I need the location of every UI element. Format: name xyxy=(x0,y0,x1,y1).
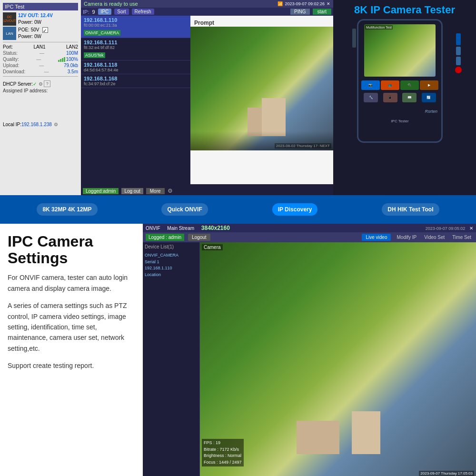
side-buttons xyxy=(456,33,462,73)
fps-overlay: FPS : 19 Bitrate : 7172 Kb/s Brightness … xyxy=(202,439,244,466)
ip-addr-2: 192.168.1.111 xyxy=(84,40,188,45)
poe-checkbox[interactable]: ✓ xyxy=(42,27,48,33)
side-btn-3[interactable] xyxy=(456,57,461,65)
camera-name-2: ASUSTek xyxy=(84,52,105,58)
question-icon[interactable]: ? xyxy=(44,80,50,87)
power-button[interactable] xyxy=(455,67,462,73)
poe-info: POE: 50V ✓ Power: 0W xyxy=(18,27,48,40)
onvif-title-right: 2023-09-07 09:05:02 ✕ xyxy=(426,226,473,231)
ip-item-2[interactable]: 192.168.1.111 f8:32:e4:9f:df:82 ASUSTek xyxy=(81,38,190,60)
ping-button[interactable]: PING xyxy=(290,9,309,15)
lan-icon: LAN xyxy=(3,27,16,40)
device-list-panel: Device List(1) ONVIF_CAMERA Serial 1 192… xyxy=(143,242,200,476)
ip-count: 9 xyxy=(92,9,95,15)
building-onvif-1 xyxy=(297,421,339,454)
onvif-label: ONVIF xyxy=(146,226,160,231)
device-list-title: Device List(1) xyxy=(145,244,198,249)
ip-addr-3: 192.168.1.118 xyxy=(84,62,188,68)
ip-addr-4: 192.168.1.168 xyxy=(84,76,188,81)
ip-item-3[interactable]: 192.168.1.118 d4:5d:64:57:84:4e xyxy=(81,60,190,74)
mac-addr-4: fc:34:97:bd:cf:2e xyxy=(84,81,188,86)
video-set-tab[interactable]: Video Set xyxy=(422,234,446,241)
building-onvif-2 xyxy=(352,411,380,454)
center-panel: Camera is ready to use 📶 2023-09-07 09:0… xyxy=(81,0,333,195)
bitrate-text: Bitrate : 7172 Kb/s xyxy=(204,446,242,453)
app-title-bar: IPC Test xyxy=(3,3,78,10)
focus-text: Focus : 1449 / 2497 xyxy=(204,459,242,466)
poe-power: Power: 0W xyxy=(18,33,48,40)
divider2 xyxy=(3,76,78,77)
tools-icon: 🔧 xyxy=(364,93,378,102)
apps-icon: 📱 xyxy=(383,93,397,102)
status-row: Status: — 100M xyxy=(3,50,78,56)
port-label: Port: xyxy=(3,44,13,50)
settings-gear-icon[interactable]: ⚙ xyxy=(168,188,173,194)
live-video-button[interactable]: Live video xyxy=(362,234,391,241)
assigned-ip-label: Assigned IP address: xyxy=(3,88,78,93)
badge-ip-discovery[interactable]: IP Discovery xyxy=(272,203,318,216)
ip-item-4[interactable]: 192.168.1.168 fc:34:97:bd:cf:2e xyxy=(81,74,190,88)
app-cable: 🔌 xyxy=(400,80,419,90)
title-left: Camera is ready to use xyxy=(84,1,138,7)
manual-icon: 📖 xyxy=(402,93,416,102)
onvif-close-icon[interactable]: ✕ xyxy=(469,226,473,231)
section-title: IPC Camera Settings xyxy=(8,233,135,267)
ipc-title-bar: Camera is ready to use 📶 2023-09-07 09:0… xyxy=(81,0,333,8)
badge-dh-hik[interactable]: DH HIK Test Tool xyxy=(382,203,439,216)
app-cvbs-hd: 📺 xyxy=(381,80,399,90)
prompt-title: Prompt xyxy=(194,20,329,26)
upload-val: 79.0kb xyxy=(64,63,78,68)
ipc-tester-text: IPC Tester xyxy=(391,119,408,123)
device-serial: Serial 1 xyxy=(145,259,198,266)
local-ip-gear-icon[interactable]: ⚙ xyxy=(54,122,58,127)
download-val: 3.5m xyxy=(68,69,78,74)
ip-item-1[interactable]: 192.168.1.110 f0:00:00:ec:21:3a ONVIF_CA… xyxy=(81,16,190,38)
local-ip-label: Local IP: xyxy=(3,122,21,127)
ip-list: 192.168.1.110 f0:00:00:ec:21:3a ONVIF_CA… xyxy=(81,16,190,184)
status-label: Status: xyxy=(3,50,18,56)
refresh-button[interactable]: Refresh xyxy=(132,9,154,15)
sort-button[interactable]: Sort xyxy=(114,9,129,15)
device-item-1[interactable]: ONVIF_CAMERA Serial 1 192.168.1.110 Loca… xyxy=(145,251,198,279)
onvif-toolbar: Logged : admin Logout Live video Modify … xyxy=(143,232,476,242)
more-button[interactable]: More xyxy=(146,188,165,194)
ipc-button[interactable]: IPC xyxy=(98,9,112,15)
onvif-datetime: 2023-09-07 09:05:02 xyxy=(426,226,466,231)
badge-8k[interactable]: 8K 32MP 4K 12MP xyxy=(37,203,97,216)
logged-admin-button[interactable]: Logged:admin xyxy=(83,188,119,194)
resolution-label: 3840x2160 xyxy=(201,225,230,231)
close-icon[interactable]: ✕ xyxy=(327,1,330,6)
camera-name-1: ONVIF_CAMERA xyxy=(84,30,120,36)
left-panel: IPC Test DC12VOUT 12V OUT: 12.4V Power: … xyxy=(0,0,81,195)
antenna-port xyxy=(352,29,356,48)
dhcp-gear-icon[interactable]: ⚙ xyxy=(39,81,43,87)
desc-text-2: A series of camera settings such as PTZ … xyxy=(8,300,135,354)
bottom-section: IPC Camera Settings For ONVIF camera, te… xyxy=(0,224,476,476)
bar3 xyxy=(62,58,63,62)
desc-text-1: For ONVIF camera, tester can auto login … xyxy=(8,272,135,294)
time-set-tab[interactable]: Time Set xyxy=(450,234,473,241)
side-btn-1[interactable] xyxy=(456,33,461,45)
timestamp-overlay: 2023-09-07 Thursday 17:05:03 xyxy=(419,471,474,476)
lan1-label: LAN1 xyxy=(34,44,46,50)
device-container: Multifunction Test 📷 📺 🔌 ▶ 🔧 📱 📖 🔄 xyxy=(337,19,472,152)
device-illustration: Multifunction Test 📷 📺 🔌 ▶ 🔧 📱 📖 🔄 xyxy=(347,19,462,148)
dc-info: 12V OUT: 12.4V Power: 0W xyxy=(18,12,53,26)
onvif-logout-button[interactable]: Logout xyxy=(188,234,210,241)
ip-label: IP: xyxy=(83,9,89,15)
onvif-title-left: ONVIF Main Stream 3840x2160 xyxy=(146,225,230,231)
mac-addr-2: f8:32:e4:9f:df:82 xyxy=(84,45,188,50)
side-btn-2[interactable] xyxy=(456,47,461,55)
badge-onvif[interactable]: Quick ONVIF xyxy=(161,203,208,216)
mac-addr-3: d4:5d:64:57:84:4e xyxy=(84,68,188,72)
start-button[interactable]: start xyxy=(313,9,331,15)
upload-label: Upload: xyxy=(3,63,19,68)
product-title: 8K IP Camera Tester xyxy=(354,4,455,16)
modify-ip-tab[interactable]: Modify IP xyxy=(395,234,418,241)
divider1 xyxy=(3,42,78,42)
local-ip-row: Local IP: 192.168.1.238 ⚙ xyxy=(3,122,78,127)
app-title: IPC Test xyxy=(5,4,24,10)
bar2 xyxy=(60,59,61,62)
device-camera-name: ONVIF_CAMERA xyxy=(145,252,198,259)
logout-button[interactable]: Log out xyxy=(121,188,143,194)
